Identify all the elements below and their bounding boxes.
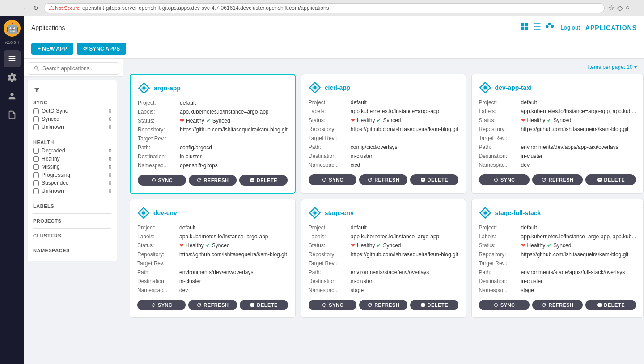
cards-area: Items per page: 10 ▾ argo-app Project: d… [123,59,644,364]
bookmark-icon[interactable]: ☆ [608,4,614,12]
logout-button[interactable]: Log out [560,24,580,31]
filter-item-sync-synced[interactable]: Synced 6 [33,116,111,122]
address-bar[interactable]: Not Secure openshift-gitops-server-opens… [44,3,605,13]
top-header: Applications Log out APPLICATIONS [24,16,644,39]
health-icon: ❤ [351,117,355,123]
card-row-target-rev: Target Rev.: [479,260,636,267]
app-icon [138,82,150,94]
checkbox-health-degraded[interactable] [33,148,39,154]
sync-button[interactable]: SYNC [479,300,530,310]
filter-count: 0 [109,148,111,153]
health-icon: ❤ [351,242,355,249]
refresh-button[interactable]: REFRESH [188,300,237,310]
refresh-button[interactable]: REFRESH [359,300,407,310]
sync-status-icon: ✔ [377,117,381,123]
checkbox-sync-synced[interactable] [33,116,39,122]
card-row-path: Path: environments/stage/env/overlays [309,269,458,275]
filter-item-health-missing[interactable]: Missing 0 [33,164,111,170]
filter-count: 6 [109,116,111,122]
sidebar-item-documents[interactable] [4,106,21,123]
svg-point-2 [143,87,146,90]
app-name: cicd-app [325,84,351,91]
checkbox-health-progressing[interactable] [33,172,39,178]
checkbox-sync-outofsync[interactable] [33,108,39,114]
app-name: dev-app-taxi [495,84,532,91]
app-icon [137,207,150,219]
filter-item-health-healthy[interactable]: Healthy 6 [33,156,111,162]
checkbox-health-healthy[interactable] [33,156,39,162]
filter-item-health-degraded[interactable]: Degraded 0 [33,148,111,154]
search-input[interactable] [42,65,113,72]
health-filter-title: HEALTH [33,140,111,145]
checkbox-health-suspended[interactable] [33,180,39,186]
card-header: stage-full-stack [479,207,636,219]
new-app-button[interactable]: + NEW APP [31,43,73,55]
content-area: SYNC OutOfSync 0 Synced 6 Unknown 0 HEAL… [24,59,644,364]
card-row-target-rev: Target Rev.: [479,135,636,141]
sync-btn-icon [322,302,327,308]
card-row-labels: Labels: app.kubernetes.io/instance=argo-… [309,233,458,240]
filter-item-sync-unknown[interactable]: Unknown 0 [33,124,111,130]
reload-button[interactable]: ↻ [31,4,40,13]
security-indicator: Not Secure [49,5,80,11]
filter-label: Unknown [42,188,106,194]
sync-button[interactable]: SYNC [479,174,530,185]
card-row-project: Project: default [137,224,288,231]
filter-item-health-suspended[interactable]: Suspended 0 [33,180,111,186]
filter-item-health-unknown[interactable]: Unknown 0 [33,188,111,194]
sync-button[interactable]: SYNC [309,174,357,185]
app-card-stage-env: stage-env Project: default Labels: app.k… [301,199,466,318]
grid-view-button[interactable] [519,21,530,34]
delete-button[interactable]: DELETE [585,174,636,185]
health-status: Healthy [186,242,204,249]
health-icon: ❤ [180,118,184,124]
card-row-namespace: Namespac... stage [479,287,636,293]
card-row-project: Project: default [309,224,458,231]
filter-count: 0 [109,124,111,130]
delete-button[interactable]: DELETE [410,300,458,310]
sidebar-item-settings[interactable] [4,69,21,86]
sync-button[interactable]: SYNC [137,300,186,310]
back-button[interactable]: ← [4,4,14,13]
card-row-target-rev: Target Rev.: [137,260,288,267]
profile-icon[interactable]: ○ [625,4,630,12]
browser-chrome: ← → ↻ Not Secure openshift-gitops-server… [0,0,644,16]
filter-label: Degraded [42,148,106,154]
refresh-button[interactable]: REFRESH [359,174,407,185]
sync-apps-button[interactable]: ⟳ SYNC APPS [77,43,126,55]
health-filters: Degraded 0 Healthy 6 Missing 0 Progressi… [33,148,111,194]
card-row-namespace: Namespac... dev [479,162,636,168]
items-per-page[interactable]: Items per page: 10 ▾ [126,62,640,74]
refresh-button[interactable]: REFRESH [532,300,583,310]
filter-label: Healthy [42,156,106,162]
delete-button[interactable]: DELETE [585,300,636,310]
chart-view-button[interactable] [544,21,555,34]
sidebar-item-user[interactable] [4,88,21,105]
health-icon: ❤ [521,242,525,249]
filter-item-health-progressing[interactable]: Progressing 0 [33,172,111,178]
refresh-button[interactable]: REFRESH [189,175,237,186]
sidebar-item-apps[interactable] [4,50,21,67]
list-view-button[interactable] [532,21,542,34]
refresh-button[interactable]: REFRESH [532,174,583,185]
sync-button[interactable]: SYNC [138,175,186,186]
card-header: dev-app-taxi [479,81,636,94]
delete-button[interactable]: DELETE [239,175,288,186]
card-header: cicd-app [309,81,458,94]
delete-button[interactable]: DELETE [240,300,288,310]
card-row-repo: Repository: https://github.com/ishitaseq… [138,127,288,133]
card-row-destination: Destination: in-cluster [137,278,288,284]
checkbox-sync-unknown[interactable] [33,124,39,130]
argo-diamond [480,207,490,218]
extensions-icon[interactable]: ◇ [617,4,623,12]
sync-button[interactable]: SYNC [309,300,357,310]
checkbox-health-unknown[interactable] [33,188,39,194]
delete-button[interactable]: DELETE [410,174,458,185]
refresh-btn-icon [196,302,202,308]
sync-status: Synced [212,242,230,249]
filter-item-sync-outofsync[interactable]: OutOfSync 0 [33,108,111,114]
checkbox-health-missing[interactable] [33,164,39,170]
page-title: Applications [31,24,65,31]
forward-button[interactable]: → [18,4,28,13]
menu-icon[interactable]: ⋮ [632,4,640,12]
